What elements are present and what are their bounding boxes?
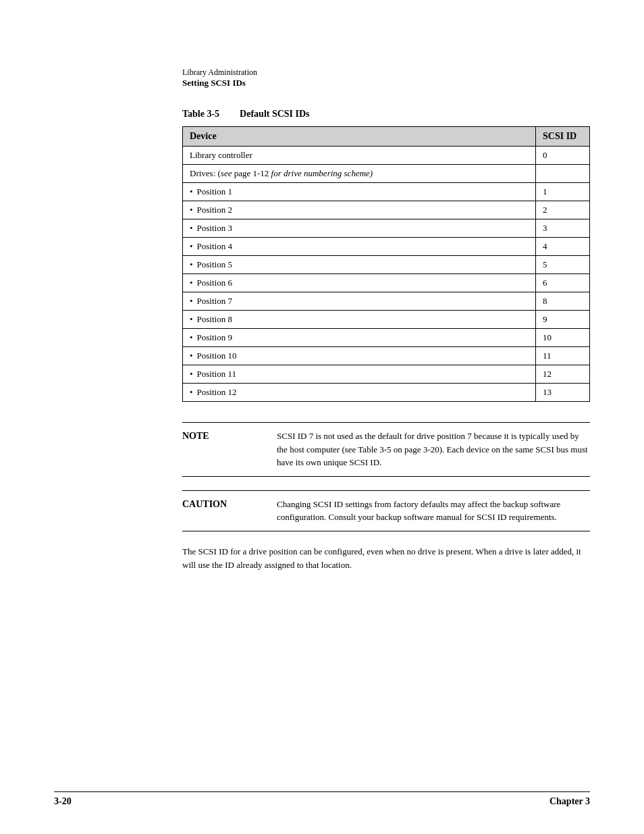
position-label: Position 7 (197, 296, 232, 307)
table-title-row: Table 3-5 Default SCSI IDs (182, 109, 590, 120)
table-row: •Position 89 (183, 311, 590, 329)
col-header-device: Device (183, 127, 536, 147)
position-scsi-id-cell: 9 (536, 311, 590, 329)
position-label: Position 11 (197, 369, 236, 380)
position-scsi-id-cell: 8 (536, 292, 590, 311)
table-row: •Position 11 (183, 183, 590, 201)
table-row: •Position 1213 (183, 384, 590, 402)
position-scsi-id-cell: 11 (536, 347, 590, 365)
table-row: •Position 55 (183, 256, 590, 274)
footer-page-number: 3-20 (54, 796, 72, 807)
position-cell: •Position 3 (183, 219, 536, 238)
position-label: Position 3 (197, 223, 232, 234)
bullet-icon: • (190, 278, 193, 288)
position-cell: •Position 7 (183, 292, 536, 311)
bullet-icon: • (190, 350, 193, 361)
table-row: •Position 910 (183, 329, 590, 347)
position-label: Position 12 (197, 387, 237, 398)
scsi-id-cell: 0 (536, 147, 590, 165)
position-scsi-id-cell: 1 (536, 183, 590, 201)
position-cell: •Position 4 (183, 238, 536, 256)
drives-header-cell: Drives: (see page 1-12 for drive numberi… (183, 165, 536, 183)
bullet-icon: • (190, 369, 193, 380)
table-row: •Position 33 (183, 219, 590, 238)
position-scsi-id-cell: 2 (536, 201, 590, 219)
position-scsi-id-cell: 4 (536, 238, 590, 256)
position-scsi-id-cell: 10 (536, 329, 590, 347)
position-label: Position 4 (197, 241, 232, 252)
table-row: •Position 1011 (183, 347, 590, 365)
position-cell: •Position 2 (183, 201, 536, 219)
table-row: •Position 1112 (183, 365, 590, 384)
position-label: Position 6 (197, 278, 232, 288)
breadcrumb-line2: Setting SCSI IDs (182, 78, 590, 88)
breadcrumb: Library Administration Setting SCSI IDs (182, 68, 590, 88)
position-scsi-id-cell: 6 (536, 274, 590, 292)
table-row: Drives: (see page 1-12 for drive numberi… (183, 165, 590, 183)
table-label: Table 3-5 (182, 109, 219, 120)
note-text: SCSI ID 7 is not used as the default for… (277, 429, 590, 469)
drives-scsi-cell (536, 165, 590, 183)
table-row: •Position 78 (183, 292, 590, 311)
bullet-icon: • (190, 186, 193, 197)
table-caption: Default SCSI IDs (240, 109, 309, 120)
position-label: Position 9 (197, 332, 232, 343)
position-label: Position 8 (197, 314, 232, 325)
scsi-table: Device SCSI ID Library controller0Drives… (182, 126, 590, 402)
position-cell: •Position 9 (183, 329, 536, 347)
bullet-icon: • (190, 223, 193, 234)
bullet-icon: • (190, 387, 193, 398)
footer-chapter: Chapter 3 (549, 796, 590, 807)
position-scsi-id-cell: 13 (536, 384, 590, 402)
caution-label: CAUTION (182, 498, 277, 524)
table-section: Table 3-5 Default SCSI IDs Device SCSI I… (182, 109, 590, 402)
breadcrumb-line1: Library Administration (182, 68, 590, 78)
position-cell: •Position 5 (183, 256, 536, 274)
bullet-icon: • (190, 296, 193, 307)
page: Library Administration Setting SCSI IDs … (0, 0, 644, 834)
body-paragraph: The SCSI ID for a drive position can be … (182, 545, 590, 573)
position-label: Position 10 (197, 350, 237, 361)
caution-text: Changing SCSI ID settings from factory d… (277, 498, 590, 524)
caution-section: CAUTION Changing SCSI ID settings from f… (182, 490, 590, 531)
col-header-scsi-id: SCSI ID (536, 127, 590, 147)
position-cell: •Position 10 (183, 347, 536, 365)
position-label: Position 1 (197, 186, 232, 197)
content-area: Library Administration Setting SCSI IDs … (182, 0, 590, 573)
position-cell: •Position 1 (183, 183, 536, 201)
position-label: Position 5 (197, 259, 232, 270)
table-row: Library controller0 (183, 147, 590, 165)
note-section: NOTE SCSI ID 7 is not used as the defaul… (182, 422, 590, 477)
bullet-icon: • (190, 314, 193, 325)
position-cell: •Position 11 (183, 365, 536, 384)
position-cell: •Position 8 (183, 311, 536, 329)
device-cell: Library controller (183, 147, 536, 165)
position-scsi-id-cell: 5 (536, 256, 590, 274)
page-footer: 3-20 Chapter 3 (54, 791, 590, 807)
position-scsi-id-cell: 3 (536, 219, 590, 238)
position-label: Position 2 (197, 205, 232, 215)
table-row: •Position 22 (183, 201, 590, 219)
bullet-icon: • (190, 241, 193, 252)
position-scsi-id-cell: 12 (536, 365, 590, 384)
bullet-icon: • (190, 332, 193, 343)
position-cell: •Position 12 (183, 384, 536, 402)
position-cell: •Position 6 (183, 274, 536, 292)
bullet-icon: • (190, 259, 193, 270)
note-label: NOTE (182, 429, 277, 469)
bullet-icon: • (190, 205, 193, 215)
table-row: •Position 44 (183, 238, 590, 256)
table-row: •Position 66 (183, 274, 590, 292)
